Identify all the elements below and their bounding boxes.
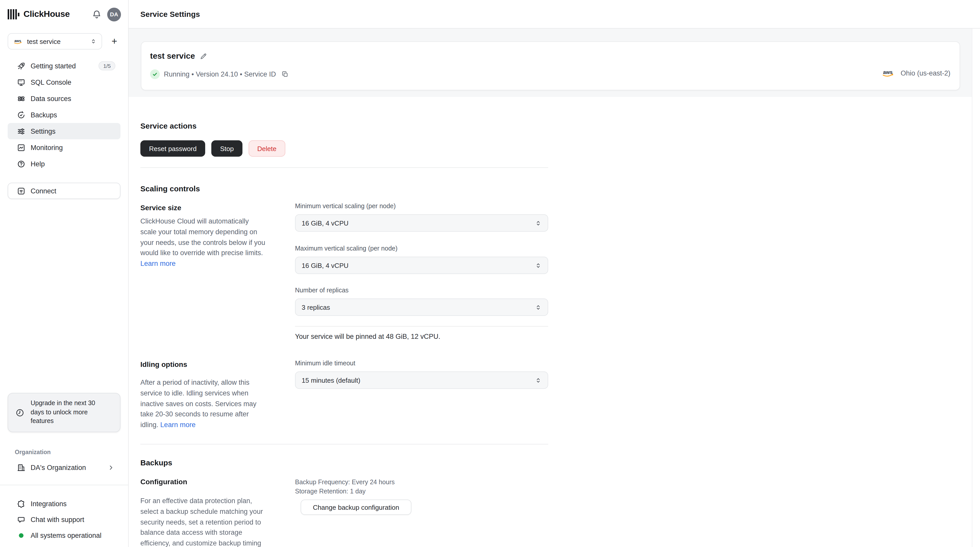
selected-service-name: test service [27, 38, 61, 45]
chevron-up-down-icon [535, 303, 542, 311]
chevron-up-down-icon [535, 376, 542, 384]
storage-retention: Storage Retention: 1 day [295, 487, 366, 496]
scaling-learn-more-link[interactable]: Learn more [140, 260, 176, 267]
sliders-icon [17, 127, 25, 135]
sidebar-item-label: Monitoring [30, 144, 63, 151]
svg-text:aws: aws [883, 69, 893, 75]
chat-bubble-icon [17, 515, 25, 524]
scaling-subdivider [295, 326, 548, 327]
backup-description: For an effective data protection plan, s… [140, 496, 263, 547]
sidebar-item-settings[interactable]: Settings [8, 123, 121, 139]
sidebar-nav: Getting started 1/5 SQL Console Data sou… [0, 58, 128, 172]
data-sources-icon [17, 94, 25, 103]
sidebar-header: ClickHouse DA [0, 0, 128, 29]
chevron-up-down-icon [535, 219, 542, 227]
sidebar-item-help[interactable]: Help [8, 156, 121, 172]
sidebar-footer: Integrations Chat with support All syste… [8, 496, 121, 544]
connect-button[interactable]: Connect [8, 183, 121, 199]
organization-name: DA's Organization [30, 464, 86, 471]
clock-icon [15, 408, 24, 417]
pencil-icon [200, 52, 207, 60]
sidebar: ClickHouse DA aws test service [0, 0, 129, 547]
upgrade-banner[interactable]: Upgrade in the next 30 days to unlock mo… [8, 393, 121, 432]
clickhouse-logo-icon [8, 9, 19, 19]
sidebar-item-label: Backups [30, 111, 57, 119]
backups-heading: Backups [140, 458, 172, 467]
service-actions-heading: Service actions [140, 121, 197, 130]
idling-description: After a period of inactivity, allow this… [140, 378, 256, 431]
chevron-right-icon [108, 464, 115, 471]
building-icon [17, 463, 25, 472]
running-check-icon [150, 69, 160, 79]
sidebar-item-label: Settings [30, 127, 56, 135]
service-size-heading: Service size [140, 204, 181, 212]
idling-learn-more-link[interactable]: Learn more [160, 421, 196, 429]
console-icon [17, 78, 25, 86]
service-size-description: ClickHouse Cloud will automatically scal… [140, 216, 265, 269]
svg-text:aws: aws [14, 38, 21, 43]
delete-button[interactable]: Delete [248, 140, 285, 157]
idle-timeout-label: Minimum idle timeout [295, 360, 355, 367]
stop-button[interactable]: Stop [211, 140, 242, 157]
monitoring-chart-icon [17, 143, 25, 152]
status-green-dot-icon [19, 533, 24, 538]
replicas-label: Number of replicas [295, 287, 348, 294]
system-status-link[interactable]: All systems operational [8, 528, 121, 544]
sidebar-item-getting-started[interactable]: Getting started 1/5 [8, 58, 121, 74]
max-scaling-select[interactable]: 16 GiB, 4 vCPU [295, 257, 548, 274]
service-selector[interactable]: aws test service [8, 33, 102, 49]
connect-wifi-icon [17, 186, 25, 195]
sidebar-item-label: Help [30, 160, 45, 168]
main-content: Service Settings test service [129, 0, 980, 547]
idling-options-heading: Idling options [140, 360, 187, 369]
system-status-label: All systems operational [30, 532, 102, 539]
change-backup-configuration-button[interactable]: Change backup configuration [301, 499, 411, 515]
edit-service-name-button[interactable] [200, 52, 207, 60]
chevron-up-down-icon [90, 38, 97, 45]
sidebar-item-label: Data sources [30, 95, 71, 102]
sidebar-item-monitoring[interactable]: Monitoring [8, 139, 121, 156]
sidebar-spacer [0, 199, 128, 393]
aws-icon: aws [13, 38, 23, 45]
pinned-note: Your service will be pinned at 48 GiB, 1… [295, 333, 440, 340]
connect-wrap: Connect [0, 172, 128, 199]
service-status-row: Running • Version 24.10 • Service ID [150, 69, 289, 79]
progress-badge: 1/5 [99, 61, 115, 70]
scrollbar[interactable] [972, 29, 980, 547]
sidebar-item-label: SQL Console [30, 78, 72, 86]
notifications-bell-icon[interactable] [91, 9, 102, 20]
backup-frequency: Backup Frequency: Every 24 hours [295, 478, 395, 487]
sidebar-item-data-sources[interactable]: Data sources [8, 90, 121, 107]
footer-item-label: Chat with support [30, 516, 84, 523]
sidebar-item-integrations[interactable]: Integrations [8, 496, 121, 512]
page-title: Service Settings [140, 10, 200, 18]
sidebar-item-sql-console[interactable]: SQL Console [8, 74, 121, 90]
copy-icon [281, 70, 289, 78]
logo-text: ClickHouse [24, 9, 70, 19]
sidebar-item-chat-support[interactable]: Chat with support [8, 512, 121, 528]
replicas-select[interactable]: 3 replicas [295, 299, 548, 316]
backup-configuration-heading: Configuration [140, 478, 187, 486]
avatar[interactable]: DA [107, 7, 121, 21]
section-divider [140, 444, 548, 444]
service-name: test service [150, 51, 195, 61]
chevron-up-down-icon [535, 261, 542, 269]
aws-icon: aws [882, 69, 896, 78]
scaling-controls-heading: Scaling controls [140, 184, 200, 193]
min-scaling-select[interactable]: 16 GiB, 4 vCPU [295, 214, 548, 232]
help-icon [17, 159, 25, 168]
copy-service-id-button[interactable] [281, 70, 289, 78]
organization-section-label: Organization [15, 449, 128, 455]
service-name-row: test service [150, 51, 207, 61]
organization-row[interactable]: DA's Organization [8, 459, 121, 475]
sidebar-item-backups[interactable]: Backups [8, 107, 121, 123]
reset-password-button[interactable]: Reset password [140, 140, 205, 157]
add-service-button[interactable]: + [108, 35, 121, 48]
idle-timeout-select[interactable]: 15 minutes (default) [295, 372, 548, 389]
upgrade-text: Upgrade in the next 30 days to unlock mo… [30, 399, 95, 426]
service-card: test service Running • Versi [141, 41, 960, 90]
rocket-icon [17, 62, 25, 70]
service-selector-row: aws test service + [0, 29, 128, 49]
sidebar-item-label: Getting started [30, 62, 76, 70]
max-scaling-label: Maximum vertical scaling (per node) [295, 245, 398, 252]
